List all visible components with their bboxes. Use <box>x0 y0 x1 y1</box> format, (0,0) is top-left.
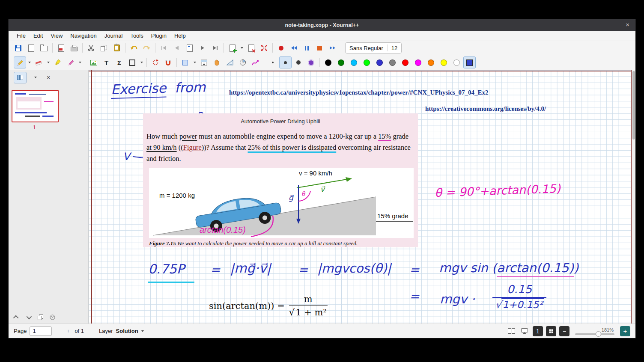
color-magenta-button[interactable] <box>412 56 424 68</box>
window-close-button[interactable]: × <box>626 21 629 28</box>
page-stepper-minus[interactable]: − <box>55 328 62 334</box>
next-page-button[interactable] <box>196 42 209 54</box>
spline-tool-button[interactable] <box>249 56 262 68</box>
text-tool-button[interactable]: T <box>100 56 113 68</box>
color-yellow-button[interactable] <box>438 56 450 68</box>
pink-pen-options-dropdown[interactable] <box>77 57 83 68</box>
sidebar-mode-dropdown[interactable] <box>32 77 39 78</box>
shape-recognizer-button[interactable] <box>149 56 161 68</box>
color-lightblue-button[interactable] <box>348 56 360 68</box>
color-orange-button[interactable] <box>425 56 437 68</box>
paste-button[interactable] <box>110 42 123 54</box>
page-stepper-plus[interactable]: + <box>65 328 72 334</box>
insert-image-button[interactable] <box>87 56 100 68</box>
copy-page-button[interactable] <box>36 313 45 321</box>
goto-annotated-page-button[interactable] <box>183 42 196 54</box>
menu-help[interactable]: Help <box>170 33 190 39</box>
open-button[interactable] <box>38 42 50 54</box>
arc-tool-button[interactable] <box>236 56 249 68</box>
zoom-fit-button[interactable] <box>546 326 556 336</box>
previous-page-button[interactable] <box>170 42 183 54</box>
stop-button[interactable] <box>313 42 326 54</box>
thickness-thick-button[interactable] <box>292 56 304 68</box>
color-blue-button[interactable] <box>373 56 386 68</box>
shape-tool-button[interactable] <box>126 56 138 68</box>
scrollbar-thumb[interactable] <box>632 71 635 139</box>
add-page-dropdown[interactable] <box>239 42 244 53</box>
pause-button[interactable] <box>301 42 313 54</box>
zoom-100-button[interactable]: 1 <box>533 326 543 336</box>
rewind-button[interactable] <box>288 42 300 54</box>
pink-pen-tool-button[interactable] <box>64 56 77 68</box>
redo-button[interactable] <box>140 42 153 54</box>
shape-options-dropdown[interactable] <box>139 57 144 68</box>
zoom-in-label: + <box>623 327 627 335</box>
thickness-medium-button[interactable] <box>279 56 292 68</box>
problem-text-underlined-grade-pct: 15% <box>378 132 391 140</box>
new-document-button[interactable] <box>25 42 37 54</box>
page-number-input[interactable] <box>30 326 52 336</box>
last-page-button[interactable] <box>209 42 221 54</box>
zoom-in-button[interactable]: + <box>620 326 630 336</box>
ruler-tool-button[interactable] <box>224 56 236 68</box>
select-options-dropdown[interactable] <box>192 57 197 68</box>
sidebar-close-button[interactable]: × <box>45 74 52 81</box>
eraser-tool-button[interactable] <box>33 56 45 68</box>
select-rectangle-button[interactable] <box>179 56 191 68</box>
color-green-button[interactable] <box>335 56 347 68</box>
zoom-out-button[interactable]: − <box>559 326 569 336</box>
fast-forward-button[interactable] <box>326 42 339 54</box>
snap-magnet-button[interactable] <box>162 56 174 68</box>
thickness-fine-button[interactable] <box>266 56 279 68</box>
sidebar-layout-toggle-button[interactable] <box>14 72 27 83</box>
zoom-slider-thumb[interactable] <box>596 331 601 337</box>
vertical-scrollbar[interactable] <box>632 70 635 323</box>
drawing-canvas[interactable]: Exercisefrom https://opentextbc.ca/unive… <box>89 70 632 323</box>
vertical-space-button[interactable] <box>198 56 210 68</box>
pair-pages-button[interactable] <box>506 326 516 336</box>
undo-button[interactable] <box>128 42 140 54</box>
delete-page-button[interactable] <box>245 42 257 54</box>
color-white-button[interactable] <box>450 56 463 68</box>
delete-page-sidebar-button[interactable] <box>48 313 57 321</box>
presentation-mode-button[interactable] <box>519 326 530 336</box>
menu-file[interactable]: File <box>13 33 30 39</box>
add-page-button[interactable] <box>226 42 239 54</box>
color-red-button[interactable] <box>399 56 411 68</box>
record-button[interactable] <box>275 42 287 54</box>
color-black-button[interactable] <box>322 56 334 68</box>
export-pdf-button[interactable] <box>55 42 67 54</box>
pen-options-dropdown[interactable] <box>27 57 32 68</box>
save-button[interactable] <box>12 42 24 54</box>
figure-link[interactable]: Figure <box>183 143 202 151</box>
tex-tool-button[interactable]: Σ <box>113 56 125 68</box>
layer-selector[interactable]: Layer Solution <box>99 328 144 334</box>
zoom-slider[interactable] <box>575 333 614 335</box>
menu-journal[interactable]: Journal <box>101 33 127 39</box>
hand-tool-button[interactable] <box>211 56 223 68</box>
menu-view[interactable]: View <box>47 33 66 39</box>
color-lightgreen-button[interactable] <box>361 56 373 68</box>
eraser-options-dropdown[interactable] <box>45 57 51 68</box>
color-gray-button[interactable] <box>386 56 399 68</box>
pen-tool-button[interactable] <box>14 56 26 68</box>
highlighter-tool-button[interactable] <box>51 56 64 68</box>
sidebar-footer <box>12 313 57 321</box>
menu-edit[interactable]: Edit <box>30 33 47 39</box>
move-page-up-button[interactable] <box>12 313 21 321</box>
menu-plugin[interactable]: Plugin <box>147 33 170 39</box>
move-page-down-button[interactable] <box>24 313 33 321</box>
radicand: 1+0.15² <box>501 298 543 310</box>
separator <box>272 43 273 53</box>
menu-tools[interactable]: Tools <box>126 33 147 39</box>
page-thumbnail[interactable] <box>12 90 59 122</box>
print-button[interactable] <box>68 42 80 54</box>
font-selector[interactable]: Sans Regular 12 <box>345 42 402 53</box>
copy-button[interactable] <box>98 42 110 54</box>
menu-navigation[interactable]: Navigation <box>66 33 100 39</box>
first-page-button[interactable] <box>158 42 170 54</box>
color-chooser-button[interactable] <box>463 56 476 68</box>
cut-button[interactable] <box>85 42 97 54</box>
fullscreen-button[interactable] <box>258 42 270 54</box>
fill-style-button[interactable] <box>305 56 317 68</box>
